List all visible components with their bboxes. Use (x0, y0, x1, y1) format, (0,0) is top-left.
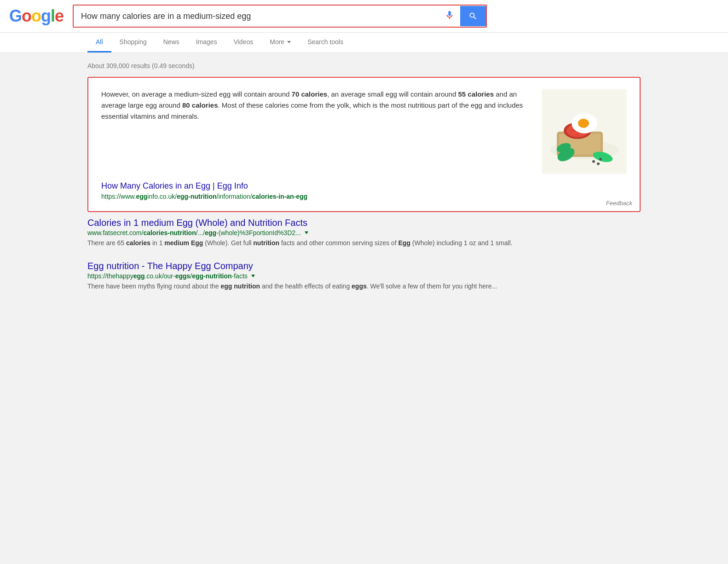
tab-more[interactable]: More (261, 33, 299, 52)
feedback-label[interactable]: Feedback (606, 200, 632, 207)
svg-point-13 (592, 160, 595, 163)
tab-images[interactable]: Images (188, 33, 225, 52)
microphone-icon[interactable] (439, 6, 460, 27)
result-url-1: www.fatsecret.com/calories-nutrition/...… (87, 229, 641, 236)
result-desc-2: There have been myths flying round about… (87, 282, 641, 291)
logo-o2: o (31, 6, 41, 25)
featured-text: However, on average a medium-sized egg w… (101, 89, 532, 174)
result-item: Calories in 1 medium Egg (Whole) and Nut… (87, 218, 641, 248)
featured-image (542, 89, 627, 174)
logo-l: l (51, 6, 55, 25)
header: Google (0, 0, 728, 33)
search-input[interactable] (74, 6, 439, 27)
result-desc-1: There are 65 calories in 1 medium Egg (W… (87, 238, 641, 248)
svg-point-14 (597, 162, 600, 165)
featured-inner: However, on average a medium-sized egg w… (101, 89, 627, 174)
tab-videos[interactable]: Videos (225, 33, 262, 52)
google-logo: Google (9, 6, 64, 26)
search-button[interactable] (460, 6, 486, 26)
logo-g2: g (41, 6, 51, 25)
result-url-text-1: www.fatsecret.com/calories-nutrition/...… (87, 229, 301, 236)
logo-o1: o (22, 6, 31, 25)
url-dropdown-arrow-1[interactable] (305, 231, 308, 234)
logo-e: e (55, 6, 64, 25)
featured-url: https://www.egginfo.co.uk/egg-nutrition/… (101, 193, 627, 200)
tab-all[interactable]: All (87, 33, 111, 52)
result-url-text-2: https://thehappyegg.co.uk/our-eggs/egg-n… (87, 272, 248, 280)
result-title-1[interactable]: Calories in 1 medium Egg (Whole) and Nut… (87, 218, 641, 228)
main-content: About 309,000 results (0.49 seconds) How… (0, 53, 728, 313)
featured-link-title[interactable]: How Many Calories in an Egg | Egg Info (101, 181, 627, 191)
url-dropdown-arrow-2[interactable] (251, 275, 255, 277)
more-dropdown-arrow (287, 41, 291, 43)
featured-url-text: https://www.egginfo.co.uk/egg-nutrition/… (101, 193, 307, 200)
tab-shopping[interactable]: Shopping (111, 33, 155, 52)
tab-news[interactable]: News (155, 33, 188, 52)
tabs-bar: All Shopping News Images Videos More Sea… (0, 33, 728, 53)
result-title-2[interactable]: Egg nutrition - The Happy Egg Company (87, 261, 641, 271)
result-url-2: https://thehappyegg.co.uk/our-eggs/egg-n… (87, 272, 641, 280)
svg-point-9 (578, 119, 589, 128)
featured-snippet: However, on average a medium-sized egg w… (87, 77, 641, 212)
result-item-2: Egg nutrition - The Happy Egg Company ht… (87, 261, 641, 291)
search-bar (73, 5, 487, 28)
results-count: About 309,000 results (0.49 seconds) (87, 62, 641, 69)
logo-g: G (9, 6, 22, 25)
svg-point-15 (599, 158, 602, 161)
featured-text-1: However, on average a medium-sized egg w… (101, 90, 523, 120)
tab-search-tools[interactable]: Search tools (299, 33, 352, 52)
